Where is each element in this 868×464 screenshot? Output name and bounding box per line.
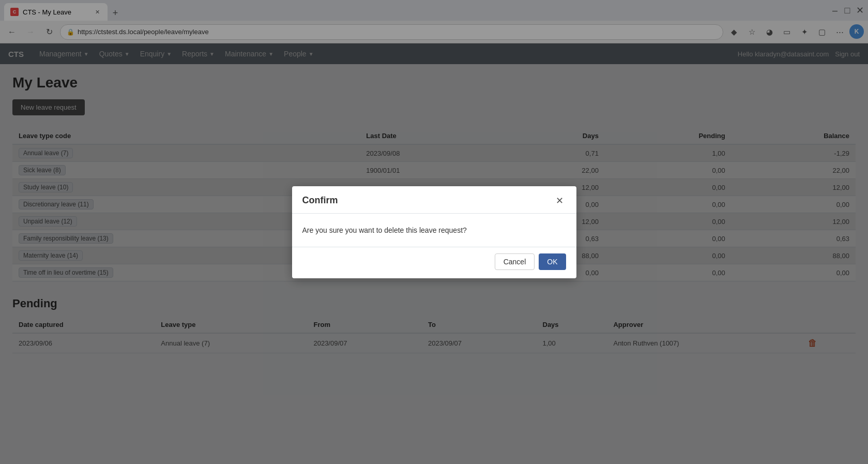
modal-close-button[interactable]: ✕ bbox=[554, 194, 566, 207]
modal-overlay: Confirm ✕ Are you sure you want to delet… bbox=[0, 0, 868, 464]
confirm-modal: Confirm ✕ Are you sure you want to delet… bbox=[292, 186, 576, 278]
modal-ok-button[interactable]: OK bbox=[539, 253, 566, 270]
modal-message: Are you sure you want to delete this lea… bbox=[302, 226, 566, 234]
modal-body: Are you sure you want to delete this lea… bbox=[292, 214, 576, 247]
modal-footer: Cancel OK bbox=[292, 247, 576, 278]
modal-cancel-button[interactable]: Cancel bbox=[495, 253, 535, 270]
modal-header: Confirm ✕ bbox=[292, 186, 576, 214]
modal-title: Confirm bbox=[302, 195, 338, 206]
